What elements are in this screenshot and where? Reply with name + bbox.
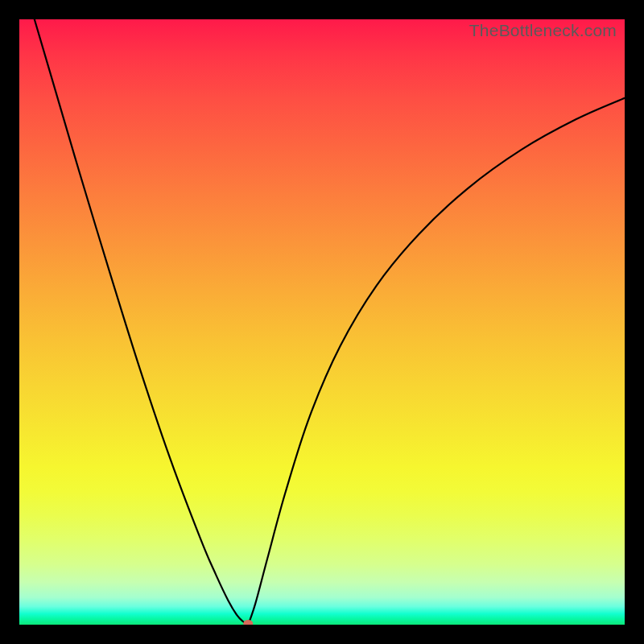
curve-left-branch (35, 19, 248, 625)
curve-svg (19, 19, 625, 625)
chart-container: TheBottleneck.com (0, 0, 644, 644)
curve-right-branch (248, 98, 625, 625)
minimum-marker (243, 620, 253, 625)
plot-area: TheBottleneck.com (19, 19, 625, 625)
